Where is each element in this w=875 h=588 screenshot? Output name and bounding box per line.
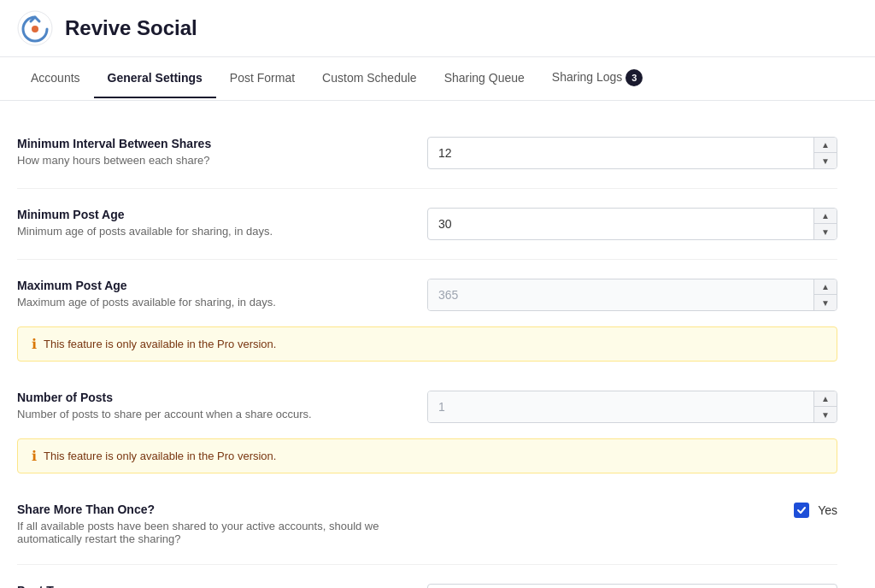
- max-post-age-input[interactable]: [428, 279, 813, 310]
- share-more-label: Share More Than Once?: [17, 503, 427, 516]
- min-post-age-input-wrap: ▲ ▼: [427, 208, 837, 240]
- app-header: Revive Social: [0, 0, 875, 57]
- max-post-age-label: Maximum Post Age: [17, 279, 427, 292]
- num-posts-label: Number of Posts: [17, 391, 427, 404]
- app-logo-icon: [17, 10, 53, 46]
- sharing-logs-badge: 3: [625, 69, 643, 86]
- setting-num-posts: Number of Posts Number of posts to share…: [17, 375, 837, 438]
- max-post-age-down[interactable]: ▼: [814, 295, 837, 310]
- post-types-label: Post Types: [17, 584, 427, 588]
- min-post-age-label: Minimum Post Age: [17, 208, 427, 221]
- setting-min-post-age: Minimum Post Age Minimum age of posts av…: [17, 192, 837, 256]
- pro-notice-2-text: This feature is only available in the Pr…: [44, 450, 276, 462]
- num-posts-input-wrap: ▲ ▼: [427, 391, 837, 423]
- share-more-desc: If all available posts have been shared …: [17, 520, 427, 545]
- min-interval-desc: How many hours between each share?: [17, 154, 427, 167]
- num-posts-input[interactable]: [428, 391, 813, 422]
- setting-post-types: Post Types Which post types should Reviv…: [17, 568, 837, 588]
- max-post-age-up[interactable]: ▲: [814, 279, 837, 295]
- tab-accounts[interactable]: Accounts: [17, 59, 94, 98]
- min-interval-input-wrap: ▲ ▼: [427, 137, 837, 169]
- min-post-age-down[interactable]: ▼: [814, 224, 837, 239]
- pro-notice-num-posts: ℹ This feature is only available in the …: [17, 438, 837, 473]
- tabs-nav: Accounts General Settings Post Format Cu…: [0, 57, 875, 101]
- max-post-age-input-wrap: ▲ ▼: [427, 279, 837, 311]
- max-post-age-desc: Maximum age of posts available for shari…: [17, 296, 427, 309]
- min-interval-label: Minimum Interval Between Shares: [17, 137, 427, 150]
- setting-share-more: Share More Than Once? If all available p…: [17, 487, 837, 561]
- share-more-yes-label: Yes: [818, 503, 837, 517]
- tab-sharing-queue[interactable]: Sharing Queue: [431, 59, 538, 98]
- info-icon-2: ℹ: [32, 448, 37, 464]
- tab-sharing-logs[interactable]: Sharing Logs3: [538, 57, 657, 100]
- share-more-checkbox-row: Yes: [794, 503, 837, 518]
- svg-point-1: [32, 26, 38, 32]
- min-interval-up[interactable]: ▲: [814, 138, 837, 153]
- pro-notice-1-text: This feature is only available in the Pr…: [44, 338, 276, 350]
- tab-general-settings[interactable]: General Settings: [94, 59, 216, 98]
- min-post-age-up[interactable]: ▲: [814, 209, 837, 224]
- app-title: Revive Social: [65, 16, 197, 40]
- share-more-checkbox[interactable]: [794, 503, 809, 518]
- num-posts-desc: Number of posts to share per account whe…: [17, 408, 427, 420]
- setting-min-interval: Minimum Interval Between Shares How many…: [17, 121, 837, 185]
- min-post-age-desc: Minimum age of posts available for shari…: [17, 225, 427, 238]
- check-icon: [796, 505, 807, 515]
- min-interval-down[interactable]: ▼: [814, 153, 837, 168]
- min-interval-input[interactable]: [428, 138, 813, 168]
- pro-notice-max-post-age: ℹ This feature is only available in the …: [17, 326, 837, 362]
- setting-max-post-age: Maximum Post Age Maximum age of posts av…: [17, 263, 837, 326]
- post-types-input[interactable]: Posts ×: [427, 584, 837, 588]
- settings-content: Minimum Interval Between Shares How many…: [0, 101, 854, 588]
- min-post-age-input[interactable]: [428, 209, 813, 239]
- tab-custom-schedule[interactable]: Custom Schedule: [308, 59, 431, 98]
- num-posts-down[interactable]: ▼: [814, 407, 837, 422]
- tab-post-format[interactable]: Post Format: [216, 59, 308, 98]
- info-icon-1: ℹ: [32, 336, 37, 352]
- num-posts-up[interactable]: ▲: [814, 391, 837, 407]
